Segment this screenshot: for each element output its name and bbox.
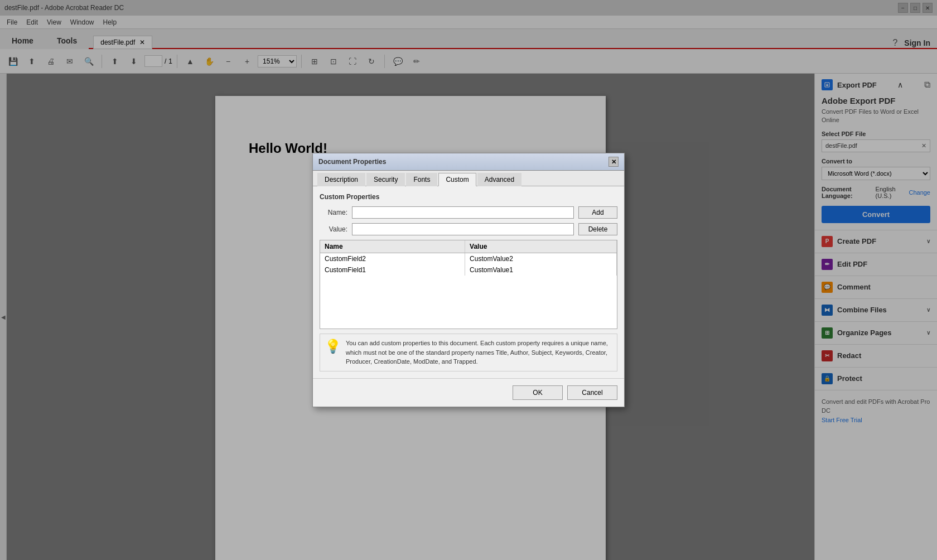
cancel-button[interactable]: Cancel	[567, 385, 617, 400]
tab-fonts[interactable]: Fonts	[406, 173, 437, 186]
value-label: Value:	[320, 225, 347, 233]
dialog-title: Document Properties	[318, 158, 608, 166]
dialog-tabs: Description Security Fonts Custom Advanc…	[313, 171, 624, 186]
table-row[interactable]: CustomField1CustomValue1	[320, 264, 617, 276]
document-properties-dialog: Document Properties ✕ Description Securi…	[312, 153, 625, 407]
props-table-container: Name Value CustomField2CustomValue2Custo…	[320, 240, 617, 329]
table-cell-value: CustomValue2	[465, 253, 617, 265]
add-button[interactable]: Add	[578, 206, 617, 219]
dialog-close-button[interactable]: ✕	[608, 157, 619, 167]
value-input[interactable]	[352, 223, 574, 235]
props-table-body: CustomField2CustomValue2CustomField1Cust…	[320, 253, 617, 276]
dialog-content: Custom Properties Name: Add Value: Delet…	[313, 186, 624, 378]
delete-button[interactable]: Delete	[578, 223, 617, 235]
tab-description[interactable]: Description	[317, 173, 365, 186]
name-row: Name: Add	[320, 206, 617, 219]
tab-security[interactable]: Security	[366, 173, 405, 186]
dialog-footer: OK Cancel	[313, 378, 624, 407]
name-input[interactable]	[352, 206, 574, 219]
info-text: You can add custom properties to this do…	[346, 339, 612, 366]
col-value: Value	[465, 240, 617, 253]
info-icon: 💡	[325, 339, 341, 354]
props-table: Name Value CustomField2CustomValue2Custo…	[320, 240, 617, 276]
info-box: 💡 You can add custom properties to this …	[320, 334, 617, 371]
table-cell-name: CustomField2	[320, 253, 465, 265]
table-cell-value: CustomValue1	[465, 264, 617, 276]
name-label: Name:	[320, 209, 347, 216]
table-row[interactable]: CustomField2CustomValue2	[320, 253, 617, 265]
dialog-overlay: Document Properties ✕ Description Securi…	[0, 0, 937, 560]
tab-advanced[interactable]: Advanced	[477, 173, 521, 186]
custom-props-heading: Custom Properties	[320, 193, 617, 201]
col-name: Name	[320, 240, 465, 253]
table-cell-name: CustomField1	[320, 264, 465, 276]
ok-button[interactable]: OK	[513, 385, 563, 400]
dialog-title-bar: Document Properties ✕	[313, 153, 624, 171]
value-row: Value: Delete	[320, 223, 617, 235]
tab-custom[interactable]: Custom	[438, 173, 476, 186]
